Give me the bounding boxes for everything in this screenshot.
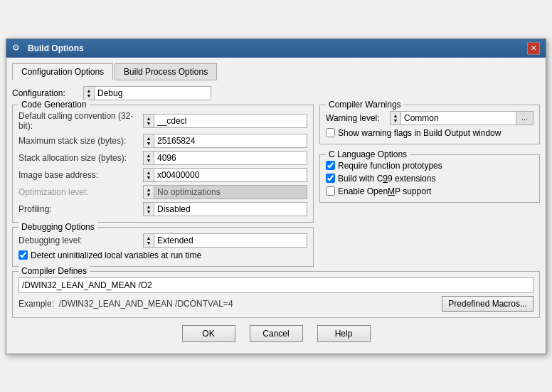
example-row: Example: /DWIN32_LEAN_AND_MEAN /DCONTVAL… — [18, 296, 534, 312]
dialog-title: Build Options — [28, 43, 84, 53]
max-stack-spin[interactable]: ▲ ▼ — [143, 134, 154, 148]
stack-alloc-input-wrap: ▲ ▼ — [143, 151, 307, 165]
cancel-button[interactable]: Cancel — [250, 325, 303, 342]
max-stack-row: Maximum stack size (bytes): ▲ ▼ — [18, 134, 307, 148]
spin-up-icon: ▲ — [87, 88, 92, 93]
compiler-warnings-title: Compiler Warnings — [326, 100, 404, 110]
dialog-icon: ⚙ — [12, 43, 23, 54]
build-options-dialog: ⚙ Build Options ✕ Configuration Options … — [6, 38, 546, 354]
image-base-label: Image base address: — [18, 170, 143, 180]
help-button[interactable]: Help — [317, 325, 371, 342]
max-stack-input-wrap: ▲ ▼ — [143, 134, 307, 148]
warning-level-spin[interactable]: ▲ ▼ — [390, 111, 401, 125]
image-base-spin[interactable]: ▲ ▼ — [143, 168, 154, 182]
right-column: Compiler Warnings Warning level: ▲ ▼ ... — [319, 105, 540, 267]
profiling-label: Profiling: — [18, 204, 143, 214]
stack-alloc-input[interactable] — [154, 151, 307, 165]
profiling-input-wrap: ▲ ▼ — [143, 202, 307, 216]
configuration-input[interactable] — [95, 86, 211, 100]
tab-configuration-options[interactable]: Configuration Options — [12, 63, 113, 80]
spin-down-icon: ▼ — [87, 93, 92, 98]
close-button[interactable]: ✕ — [527, 42, 540, 55]
warning-level-label: Warning level: — [326, 113, 390, 123]
debug-level-input[interactable] — [154, 233, 307, 248]
c99-extensions-label: Build with C99 extensions — [338, 174, 435, 184]
predefined-macros-button[interactable]: Predefined Macros... — [442, 296, 534, 312]
bottom-buttons: OK Cancel Help — [12, 318, 540, 348]
max-stack-label: Maximum stack size (bytes): — [18, 136, 143, 146]
image-base-input[interactable] — [154, 168, 307, 182]
debug-level-input-wrap: ▲ ▼ — [143, 233, 307, 248]
require-prototypes-checkbox[interactable] — [326, 161, 335, 170]
title-bar-left: ⚙ Build Options — [12, 43, 84, 54]
calling-convention-row: Default calling convention (32-bit): ▲ ▼ — [18, 111, 307, 131]
c99-extensions-checkbox[interactable] — [326, 174, 335, 183]
show-warning-flags-row: Show warning flags in Build Output windo… — [326, 128, 534, 138]
tab-bar: Configuration Options Build Process Opti… — [12, 63, 540, 80]
optimization-row: Optimization level: ▲ ▼ — [18, 185, 307, 199]
code-generation-title: Code Generation — [18, 100, 89, 110]
left-column: Code Generation Default calling conventi… — [12, 105, 314, 267]
configuration-input-wrap: ▲ ▼ — [83, 86, 211, 100]
debugging-options-group: Debugging Options Debugging level: ▲ ▼ — [12, 227, 314, 267]
compiler-warnings-group: Compiler Warnings Warning level: ▲ ▼ ... — [319, 105, 540, 144]
warning-browse-button[interactable]: ... — [516, 111, 534, 125]
example-text: Example: /DWIN32_LEAN_AND_MEAN /DCONTVAL… — [18, 299, 233, 309]
optimization-input[interactable] — [154, 185, 307, 199]
stack-alloc-label: Stack allocation size (bytes): — [18, 153, 143, 163]
openmp-support-checkbox[interactable] — [326, 186, 335, 196]
warning-level-input-wrap: ▲ ▼ ... — [390, 111, 534, 125]
warning-level-input[interactable] — [401, 111, 516, 125]
detect-uninit-checkbox[interactable] — [18, 250, 28, 260]
calling-convention-label: Default calling convention (32-bit): — [18, 111, 143, 131]
ok-button[interactable]: OK — [182, 325, 235, 342]
calling-convention-input-wrap: ▲ ▼ — [143, 114, 307, 128]
stack-alloc-row: Stack allocation size (bytes): ▲ ▼ — [18, 151, 307, 165]
require-prototypes-row: Require function prototypes — [326, 161, 534, 171]
configuration-row: Configuration: ▲ ▼ — [12, 86, 540, 100]
warning-level-row: Warning level: ▲ ▼ ... — [326, 111, 534, 125]
c-language-options-title: C Language Options — [326, 149, 410, 159]
main-area: Code Generation Default calling conventi… — [12, 105, 540, 267]
calling-convention-spin[interactable]: ▲ ▼ — [143, 114, 154, 128]
image-base-row: Image base address: ▲ ▼ — [18, 168, 307, 182]
optimization-spin[interactable]: ▲ ▼ — [143, 185, 154, 199]
c99-extensions-row: Build with C99 extensions — [326, 174, 534, 184]
debugging-options-title: Debugging Options — [18, 222, 97, 232]
dialog-content: Configuration Options Build Process Opti… — [6, 58, 546, 354]
max-stack-input[interactable] — [154, 134, 307, 148]
compiler-defines-input[interactable] — [18, 277, 534, 293]
show-warning-flags-label: Show warning flags in Build Output windo… — [338, 128, 501, 138]
debug-level-spin[interactable]: ▲ ▼ — [143, 233, 154, 248]
optimization-input-wrap: ▲ ▼ — [143, 185, 307, 199]
detect-uninit-label: Detect uninitialized local variables at … — [31, 250, 201, 260]
calling-convention-input[interactable] — [154, 114, 307, 128]
stack-alloc-spin[interactable]: ▲ ▼ — [143, 151, 154, 165]
configuration-spin[interactable]: ▲ ▼ — [83, 86, 95, 100]
debug-level-label: Debugging level: — [18, 235, 143, 245]
detect-uninit-row: Detect uninitialized local variables at … — [18, 250, 307, 260]
compiler-defines-title: Compiler Defines — [18, 266, 90, 276]
debug-level-row: Debugging level: ▲ ▼ — [18, 233, 307, 248]
code-generation-group: Code Generation Default calling conventi… — [12, 105, 314, 223]
openmp-support-row: Enable OpenMP support — [326, 186, 534, 196]
openmp-support-label: Enable OpenMP support — [338, 186, 431, 196]
tab-build-process-options[interactable]: Build Process Options — [115, 63, 217, 80]
image-base-input-wrap: ▲ ▼ — [143, 168, 307, 182]
profiling-input[interactable] — [154, 202, 307, 216]
title-bar: ⚙ Build Options ✕ — [6, 39, 546, 58]
c-language-options-group: C Language Options Require function prot… — [319, 154, 540, 203]
optimization-label: Optimization level: — [18, 187, 143, 197]
show-warning-flags-checkbox[interactable] — [326, 128, 335, 137]
profiling-spin[interactable]: ▲ ▼ — [143, 202, 154, 216]
profiling-row: Profiling: ▲ ▼ — [18, 202, 307, 216]
compiler-defines-group: Compiler Defines Example: /DWIN32_LEAN_A… — [12, 271, 540, 318]
require-prototypes-label: Require function prototypes — [338, 161, 442, 171]
configuration-label: Configuration: — [12, 88, 83, 98]
